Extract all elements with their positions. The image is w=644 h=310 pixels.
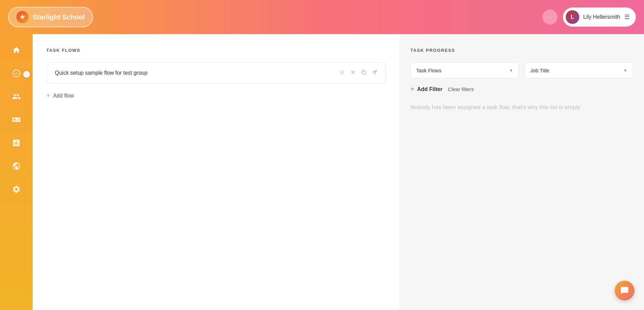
add-filter-plus-icon: + — [410, 85, 414, 93]
people-icon — [12, 92, 21, 103]
sidebar-item-games[interactable] — [6, 110, 27, 131]
job-title-filter-label: Job Title — [530, 68, 549, 73]
sidebar-item-org[interactable] — [6, 157, 27, 177]
sidebar-item-reports[interactable] — [6, 134, 27, 154]
logo-icon — [16, 11, 29, 23]
avatar: L — [566, 10, 579, 24]
add-filter-label: Add Filter — [417, 86, 443, 92]
sidebar-item-home[interactable] — [6, 41, 27, 61]
sidebar-item-tasks[interactable]: ‹ — [6, 64, 27, 85]
header-right: ··· L Lily Hellersmith ☰ — [543, 8, 636, 27]
task-progress-panel: TASK PROGRESS Task Flows ▼ Job Title ▼ +… — [399, 34, 644, 310]
svg-point-1 — [341, 71, 342, 72]
task-flows-filter[interactable]: Task Flows ▼ — [410, 62, 519, 78]
add-filter-row: + Add Filter Clear filters — [410, 85, 633, 93]
add-flow-label: Add flow — [53, 93, 74, 99]
app-name: Starlight School — [33, 13, 85, 21]
svg-rect-7 — [363, 71, 366, 74]
task-flows-title: TASK FLOWS — [46, 48, 386, 53]
flow-card-actions — [339, 70, 377, 76]
main-container: TASK FLOWS Quick setup sample flow for t… — [33, 34, 644, 310]
svg-point-5 — [341, 73, 342, 74]
sidebar-item-people[interactable] — [6, 87, 27, 108]
settings-icon — [12, 185, 21, 196]
logo-pill[interactable]: Starlight School — [8, 7, 93, 27]
svg-point-2 — [343, 71, 344, 72]
chart-icon — [12, 138, 21, 149]
tasks-icon — [12, 69, 20, 79]
sidebar: ‹ — [0, 34, 33, 310]
job-title-dropdown-arrow: ▼ — [623, 68, 627, 73]
drag-icon[interactable] — [339, 70, 345, 76]
task-flows-filter-label: Task Flows — [416, 68, 441, 73]
close-icon[interactable] — [350, 70, 356, 76]
clear-filters-label: Clear filters — [448, 86, 474, 92]
svg-point-6 — [343, 73, 344, 74]
svg-point-3 — [341, 72, 342, 73]
sidebar-collapse-btn[interactable]: ‹ — [23, 71, 30, 78]
svg-point-4 — [343, 72, 344, 73]
flow-card-name: Quick setup sample flow for test group — [55, 70, 147, 76]
chat-button[interactable] — [615, 281, 634, 300]
task-progress-title: TASK PROGRESS — [410, 48, 633, 53]
add-filter-button[interactable]: + Add Filter — [410, 85, 442, 93]
user-name: Lily Hellersmith — [583, 14, 620, 20]
job-title-filter[interactable]: Job Title ▼ — [524, 62, 633, 78]
gamepad-icon — [12, 115, 21, 126]
sidebar-item-settings[interactable] — [6, 180, 27, 201]
task-flows-dropdown-arrow: ▼ — [509, 68, 513, 73]
hamburger-icon: ☰ — [624, 13, 630, 21]
task-flows-panel: TASK FLOWS Quick setup sample flow for t… — [33, 34, 399, 310]
empty-state-text: Nobody has been assigned a task flow, th… — [410, 103, 633, 112]
home-icon — [12, 46, 20, 56]
flow-card: Quick setup sample flow for test group — [46, 62, 386, 84]
send-icon[interactable] — [372, 70, 377, 76]
clear-filters-button[interactable]: Clear filters — [448, 86, 474, 92]
copy-icon[interactable] — [361, 70, 366, 76]
user-pill[interactable]: L Lily Hellersmith ☰ — [563, 8, 636, 27]
app-header: Starlight School ··· L Lily Hellersmith … — [0, 0, 644, 34]
org-icon — [12, 162, 21, 173]
filter-row: Task Flows ▼ Job Title ▼ — [410, 62, 633, 78]
add-flow-plus-icon: + — [46, 92, 50, 100]
dots-menu-button[interactable]: ··· — [543, 10, 557, 25]
add-flow-button[interactable]: + Add flow — [46, 90, 74, 101]
dots-icon: ··· — [547, 14, 552, 21]
